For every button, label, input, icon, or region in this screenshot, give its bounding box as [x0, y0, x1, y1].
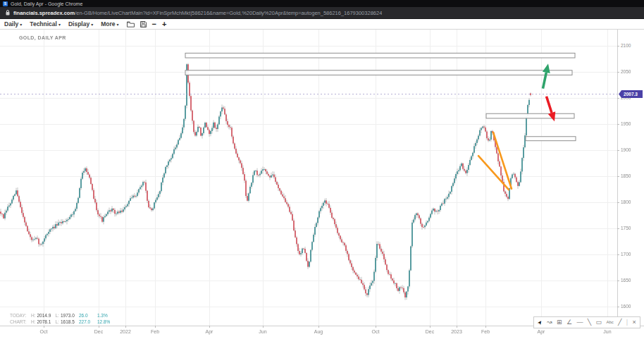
- polyline-tool[interactable]: ↝: [547, 317, 552, 328]
- time-axis-tick: [99, 326, 99, 328]
- stats-chg: 26.0: [79, 313, 97, 319]
- stats-hv: 2078.1: [37, 319, 56, 326]
- chevron-down-icon: ▾: [58, 22, 61, 27]
- stats-chg: 227.0: [79, 319, 97, 326]
- price-axis-tick: [617, 150, 619, 151]
- zoom-out-icon[interactable]: −: [152, 20, 156, 27]
- price-axis-label: 1800: [621, 199, 642, 204]
- time-axis-label: Oct: [372, 329, 380, 334]
- stats-lk: L:: [56, 319, 59, 326]
- chart-region: GOLD, DAILY APR 210020502000195019001850…: [0, 30, 644, 339]
- price-axis-tick: [617, 46, 619, 47]
- stats-pct: 12.8%: [97, 319, 110, 326]
- drawing-toolbar: ➤↝⊞∠—╲▭Abc╱|×: [533, 316, 640, 328]
- menu-label: Technical: [30, 20, 57, 27]
- price-axis-tick: [617, 281, 619, 281]
- time-axis-label: 2023: [451, 329, 462, 334]
- stats-lv: 1618.5: [61, 319, 79, 326]
- price-axis-label: 1850: [621, 173, 642, 178]
- spreadex-favicon: S: [3, 1, 8, 6]
- text-tool[interactable]: Abc: [606, 317, 613, 328]
- time-axis-tick: [457, 326, 457, 328]
- price-axis-label: 1600: [621, 304, 642, 309]
- price-axis-line: [617, 30, 618, 328]
- time-axis-tick: [485, 326, 486, 328]
- stats-hk: H:: [31, 319, 36, 326]
- price-axis-label: 2050: [621, 69, 642, 74]
- price-axis-tick: [617, 254, 619, 255]
- stats-row: CHART:H:2078.1L:1618.5227.012.8%: [10, 319, 110, 326]
- chart-title: GOLD, DAILY APR: [19, 35, 66, 40]
- chevron-down-icon: ▾: [91, 22, 93, 27]
- candlestick-plot[interactable]: [0, 30, 617, 326]
- time-axis-tick: [44, 326, 44, 328]
- stats-row: TODAY:H:2014.9L:1973.026.01.3%: [10, 313, 110, 319]
- zoom-in-icon[interactable]: +: [162, 20, 166, 27]
- grid-tool[interactable]: ⊞: [557, 317, 562, 328]
- url-path: /en-GB/Home/LiveChartMain?id=XFinSprMchM…: [75, 10, 382, 16]
- menu-display[interactable]: Display▾: [68, 20, 93, 27]
- time-axis-label: Aug: [314, 329, 323, 334]
- time-axis-label: Apr: [206, 329, 213, 334]
- stats-hk: H:: [31, 313, 36, 319]
- price-axis-label: 1900: [621, 147, 642, 152]
- trend-line-tool[interactable]: ╲: [588, 317, 591, 328]
- time-axis-label: Feb: [151, 329, 159, 334]
- open-folder-icon[interactable]: [127, 21, 135, 27]
- time-axis-label: Feb: [481, 329, 490, 334]
- stats-hv: 2014.9: [37, 313, 56, 319]
- price-axis-label: 1650: [621, 278, 642, 283]
- stats-lk: L:: [56, 313, 59, 319]
- time-axis-tick: [430, 326, 431, 328]
- window-titlebar: S Gold, Daily Apr - Google Chrome: [0, 0, 644, 7]
- price-axis-tick: [617, 176, 619, 177]
- current-price-badge: 2007.3: [619, 90, 643, 98]
- price-axis-tick: [617, 307, 619, 307]
- price-axis-label: 1950: [621, 121, 642, 126]
- stats-lv: 1973.0: [61, 313, 79, 319]
- url-domain: financials.spreadex.com: [13, 10, 75, 16]
- time-axis-label: Dec: [426, 329, 434, 334]
- save-icon[interactable]: [140, 21, 147, 27]
- menu-label: Display: [68, 20, 89, 27]
- menu-daily[interactable]: Daily▾: [4, 20, 22, 27]
- rectangle-tool[interactable]: ▭: [596, 317, 602, 328]
- time-axis-tick: [209, 326, 210, 328]
- chart-type-tool[interactable]: ∠: [566, 317, 572, 328]
- cursor-tool[interactable]: ➤: [534, 317, 545, 327]
- price-axis-tick: [617, 72, 619, 73]
- menu-more[interactable]: More▾: [101, 20, 118, 27]
- chart-menubar: Daily▾Technical▾Display▾More▾−+: [0, 19, 644, 30]
- stats-sl: TODAY:: [10, 313, 31, 319]
- price-axis-tick: [617, 124, 619, 125]
- time-axis-tick: [155, 326, 156, 328]
- price-axis-tick: [617, 202, 619, 203]
- menu-technical[interactable]: Technical▾: [30, 20, 61, 27]
- time-axis-label: Dec: [94, 329, 103, 334]
- price-axis-tick: [617, 228, 619, 229]
- time-axis-tick: [125, 326, 126, 328]
- window-title: Gold, Daily Apr - Google Chrome: [11, 1, 82, 6]
- time-axis-label: Jun: [259, 329, 266, 334]
- price-axis-label: 2100: [621, 43, 642, 48]
- price-axis-label: 1750: [621, 226, 642, 230]
- horizontal-line-tool[interactable]: —: [576, 317, 583, 328]
- stats-panel: TODAY:H:2014.9L:1973.026.01.3%CHART:H:20…: [10, 313, 110, 325]
- stats-sl: CHART:: [10, 319, 31, 326]
- time-axis-label: Oct: [40, 329, 48, 334]
- padlock-icon: [6, 10, 10, 16]
- ray-tool[interactable]: ╱: [618, 317, 621, 328]
- menu-label: Daily: [4, 20, 18, 27]
- time-axis-tick: [376, 326, 376, 328]
- time-axis-label: 2022: [120, 329, 131, 334]
- time-axis-label: Apr: [538, 329, 545, 334]
- time-axis-tick: [318, 326, 319, 328]
- close-tool[interactable]: ×: [633, 317, 636, 328]
- time-axis-tick: [263, 326, 264, 328]
- url-text[interactable]: financials.spreadex.com/en-GB/Home/LiveC…: [13, 10, 382, 16]
- address-bar[interactable]: financials.spreadex.com/en-GB/Home/LiveC…: [0, 7, 644, 19]
- stats-pct: 1.3%: [97, 313, 108, 319]
- menu-label: More: [101, 20, 115, 27]
- browser-window: S Gold, Daily Apr - Google Chrome financ…: [0, 0, 644, 339]
- time-axis-label: Jun: [603, 329, 611, 334]
